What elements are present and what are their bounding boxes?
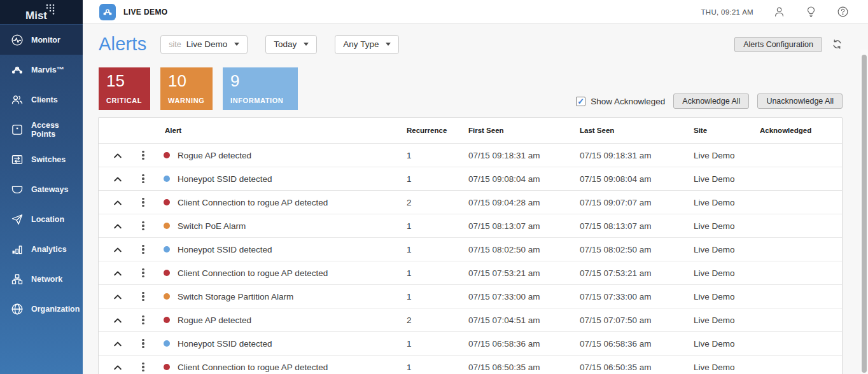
table-row[interactable]: Honeypot SSID detected 1 07/15 06:58:36 … — [99, 331, 842, 355]
critical-count-card[interactable]: 15 CRITICAL — [99, 67, 150, 110]
site-filter-dropdown[interactable]: site Live Demo — [160, 35, 248, 54]
row-menu-icon[interactable] — [130, 245, 156, 254]
col-alert: Alert — [165, 127, 407, 134]
sidebar-item-label: Organization — [31, 305, 80, 314]
sidebar-item-marvis[interactable]: Marvis™ — [0, 55, 83, 85]
sidebar-item-clients[interactable]: Clients — [0, 85, 83, 114]
row-menu-icon[interactable] — [130, 174, 156, 184]
warning-label: WARNING — [168, 97, 205, 104]
severity-dot — [164, 223, 170, 229]
table-row[interactable]: Honeypot SSID detected 1 07/15 08:02:50 … — [99, 237, 842, 261]
sidebar-item-network[interactable]: Network — [0, 264, 83, 294]
alert-name: Honeypot SSID detected — [178, 339, 407, 349]
row-menu-icon[interactable] — [130, 315, 156, 325]
alerts-configuration-button[interactable]: Alerts Configuration — [734, 37, 822, 52]
alert-site: Live Demo — [694, 268, 760, 278]
table-row[interactable]: Client Connection to rogue AP detected 2… — [99, 190, 842, 214]
collapse-chevron-icon[interactable] — [99, 292, 130, 301]
collapse-chevron-icon[interactable] — [99, 268, 130, 277]
alert-first-seen: 07/15 08:02:50 am — [468, 245, 580, 254]
row-menu-icon[interactable] — [130, 151, 156, 160]
col-last-seen: Last Seen — [580, 127, 694, 134]
alert-last-seen: 07/15 07:07:50 am — [580, 315, 694, 325]
switch-icon — [11, 153, 24, 166]
alert-recurrence: 2 — [407, 198, 468, 207]
collapse-chevron-icon[interactable] — [99, 174, 130, 183]
mist-logo[interactable]: Mist — [0, 0, 83, 24]
show-acknowledged-toggle[interactable]: ✓ Show Acknowleged — [576, 97, 665, 106]
alert-last-seen: 07/15 09:07:07 am — [580, 198, 694, 207]
table-row[interactable]: Rogue AP detected 1 07/15 09:18:31 am 07… — [99, 143, 842, 167]
warning-count-card[interactable]: 10 WARNING — [160, 67, 213, 110]
svg-text:Mist: Mist — [25, 10, 47, 22]
severity-dot — [164, 293, 170, 300]
severity-dot — [164, 152, 170, 158]
sidebar-item-switches[interactable]: Switches — [0, 144, 83, 174]
severity-dot — [164, 246, 170, 253]
sidebar-item-organization[interactable]: Organization — [0, 294, 83, 324]
time-range-dropdown[interactable]: Today — [265, 35, 317, 54]
collapse-chevron-icon[interactable] — [99, 151, 130, 160]
org-name: LIVE DEMO — [123, 8, 168, 17]
table-row[interactable]: Switch PoE Alarm 1 07/15 08:13:07 am 07/… — [99, 214, 842, 237]
table-row[interactable]: Rogue AP detected 2 07/15 07:04:51 am 07… — [99, 308, 842, 331]
alert-site: Live Demo — [694, 315, 760, 325]
alert-name: Rogue AP detected — [178, 151, 407, 160]
sidebar-item-access-points[interactable]: Access Points — [0, 114, 83, 144]
checkbox-checked-icon[interactable]: ✓ — [576, 97, 585, 106]
warning-count: 10 — [168, 73, 205, 89]
alert-site: Live Demo — [694, 245, 760, 254]
alert-last-seen: 07/15 07:33:00 am — [580, 292, 694, 301]
row-menu-icon[interactable] — [130, 339, 156, 349]
sidebar-item-label: Gateways — [31, 185, 68, 194]
alert-first-seen: 07/15 07:53:21 am — [468, 268, 580, 278]
lightbulb-icon[interactable] — [805, 6, 817, 18]
bar-chart-icon — [11, 243, 24, 256]
sidebar-item-monitor[interactable]: Monitor — [0, 25, 83, 55]
alert-last-seen: 07/15 06:58:36 am — [580, 339, 694, 349]
sidebar-item-analytics[interactable]: Analytics — [0, 234, 83, 264]
help-icon[interactable] — [837, 6, 849, 18]
collapse-chevron-icon[interactable] — [99, 221, 130, 230]
sidebar-item-location[interactable]: Location — [0, 204, 83, 234]
col-acknowledged: Acknowledged — [760, 127, 842, 134]
row-menu-icon[interactable] — [130, 292, 156, 301]
table-row[interactable]: Switch Storage Partition Alarm 1 07/15 0… — [99, 284, 842, 308]
sidebar-nav: MonitorMarvis™ClientsAccess PointsSwitch… — [0, 24, 83, 324]
alert-site: Live Demo — [694, 363, 760, 372]
collapse-chevron-icon[interactable] — [99, 315, 130, 324]
refresh-icon[interactable] — [832, 39, 843, 50]
alert-last-seen: 07/15 07:53:21 am — [580, 268, 694, 278]
alert-recurrence: 1 — [407, 174, 468, 184]
row-menu-icon[interactable] — [130, 268, 156, 278]
table-row[interactable]: Honeypot SSID detected 1 07/15 09:08:04 … — [99, 167, 842, 190]
time-range-value: Today — [274, 39, 297, 49]
vertical-scrollbar-thumb[interactable] — [862, 55, 867, 373]
unacknowledge-all-button[interactable]: Unacknowledge All — [757, 94, 843, 109]
alert-recurrence: 1 — [407, 292, 468, 301]
vertical-scrollbar-track[interactable] — [860, 50, 868, 374]
alert-first-seen: 07/15 06:50:35 am — [468, 363, 580, 372]
collapse-chevron-icon[interactable] — [99, 339, 130, 348]
collapse-chevron-icon[interactable] — [99, 198, 130, 207]
chevron-down-icon — [234, 43, 239, 46]
alert-name: Honeypot SSID detected — [178, 174, 407, 184]
alert-first-seen: 07/15 09:08:04 am — [468, 174, 580, 184]
table-row[interactable]: Client Connection to rogue AP detected 1… — [99, 261, 842, 284]
row-menu-icon[interactable] — [130, 221, 156, 231]
row-menu-icon[interactable] — [130, 363, 156, 372]
org-selector[interactable]: LIVE DEMO — [99, 4, 168, 20]
sidebar-item-gateways[interactable]: Gateways — [0, 174, 83, 204]
row-menu-icon[interactable] — [130, 198, 156, 207]
alerts-table-header: Alert Recurrence First Seen Last Seen Si… — [99, 118, 842, 143]
sitemap-icon — [11, 273, 24, 286]
sidebar-item-label: Marvis™ — [31, 66, 64, 74]
information-count-card[interactable]: 9 INFORMATION — [223, 67, 298, 110]
user-icon[interactable] — [773, 6, 785, 18]
collapse-chevron-icon[interactable] — [99, 363, 130, 371]
alert-first-seen: 07/15 07:04:51 am — [468, 315, 580, 325]
collapse-chevron-icon[interactable] — [99, 245, 130, 254]
alert-type-dropdown[interactable]: Any Type — [335, 35, 399, 54]
table-row[interactable]: Client Connection to rogue AP detected 1… — [99, 355, 842, 374]
acknowledge-all-button[interactable]: Acknowledge All — [673, 94, 749, 109]
